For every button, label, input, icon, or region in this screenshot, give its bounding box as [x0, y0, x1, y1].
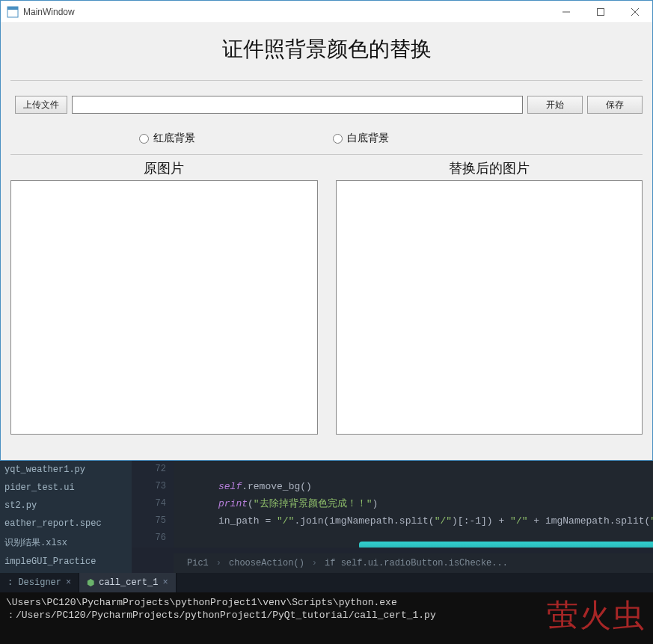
python-icon: ⬢	[87, 577, 94, 589]
tab-designer[interactable]: : Designer ×	[0, 573, 79, 592]
titlebar[interactable]: MainWindow	[1, 1, 652, 23]
editor-tabs: : Designer × ⬢ call_cert_1 ×	[0, 573, 653, 592]
tab-call-cert[interactable]: ⬢ call_cert_1 ×	[79, 573, 176, 592]
upload-button[interactable]: 上传文件	[15, 96, 67, 114]
maximize-button[interactable]	[583, 1, 618, 23]
start-button[interactable]: 开始	[527, 96, 583, 114]
list-item[interactable]: eather_report.spec	[0, 515, 132, 533]
bg-radio-row: 红底背景 白底背景	[10, 124, 643, 155]
radio-red-bg-input[interactable]	[139, 134, 149, 144]
project-panel[interactable]: yqt_weather1.py pider_test.ui st2.py eat…	[0, 461, 132, 577]
replaced-image-label: 替换后的图片	[336, 159, 643, 177]
editor-gutter: 72 73 74 75 76	[132, 461, 174, 548]
tab-label: : Designer	[7, 577, 61, 588]
image-panels	[10, 180, 643, 435]
image-labels: 原图片 替换后的图片	[10, 159, 643, 177]
line-number: 76	[132, 530, 166, 547]
console-line: ：/Users/PC120/PycharmProjects/pythonProj…	[6, 610, 436, 621]
line-number: 74	[132, 495, 166, 512]
breadcrumb-item[interactable]: Pic1	[187, 558, 209, 568]
app-icon	[7, 6, 19, 18]
horizontal-scrollbar[interactable]	[359, 542, 653, 548]
close-icon[interactable]: ×	[66, 577, 71, 588]
save-button[interactable]: 保存	[587, 96, 643, 114]
original-image-panel	[10, 180, 318, 435]
original-image-label: 原图片	[10, 159, 318, 177]
console-line: \Users\PC120\PycharmProjects\pythonProje…	[6, 597, 397, 608]
line-number: 73	[132, 478, 166, 495]
file-row: 上传文件 开始 保存	[1, 81, 652, 124]
list-item[interactable]: yqt_weather1.py	[0, 461, 132, 479]
radio-white-bg[interactable]: 白底背景	[333, 132, 389, 145]
file-path-input[interactable]	[72, 96, 523, 114]
radio-white-bg-label: 白底背景	[347, 132, 389, 145]
breadcrumb-item[interactable]: chooseAction()	[229, 558, 304, 568]
svg-rect-3	[598, 8, 604, 15]
code-editor[interactable]: self.remove_bg() print("去除掉背景颜色完成！！") in…	[174, 461, 653, 548]
radio-red-bg-label: 红底背景	[153, 132, 195, 145]
list-item[interactable]: pider_test.ui	[0, 479, 132, 497]
close-icon[interactable]: ×	[162, 577, 168, 588]
radio-red-bg[interactable]: 红底背景	[139, 132, 195, 145]
tab-label: call_cert_1	[99, 577, 158, 588]
radio-white-bg-input[interactable]	[333, 134, 343, 144]
window-title: MainWindow	[23, 7, 75, 17]
client-area: 证件照背景颜色的替换 上传文件 开始 保存 红底背景 白底背景 原图片 替换后的…	[1, 23, 652, 459]
breadcrumb[interactable]: Pic1› chooseAction()› if self.ui.radioBu…	[174, 553, 653, 573]
minimize-button[interactable]	[549, 1, 583, 23]
svg-rect-1	[7, 7, 18, 10]
list-item[interactable]: st2.py	[0, 497, 132, 515]
list-item[interactable]: 识别结果.xlsx	[0, 533, 132, 553]
app-window: MainWindow 证件照背景颜色的替换 上传文件 开始 保存 红底背景	[0, 0, 653, 461]
breadcrumb-item[interactable]: if self.ui.radioButton.isChecke...	[325, 558, 508, 568]
line-number: 72	[132, 461, 166, 478]
page-title: 证件照背景颜色的替换	[10, 23, 643, 81]
watermark: 萤火虫	[547, 595, 646, 637]
close-button[interactable]	[618, 1, 652, 23]
list-item[interactable]: impleGUI_Practice	[0, 553, 132, 571]
line-number: 75	[132, 512, 166, 530]
replaced-image-panel	[336, 180, 643, 435]
